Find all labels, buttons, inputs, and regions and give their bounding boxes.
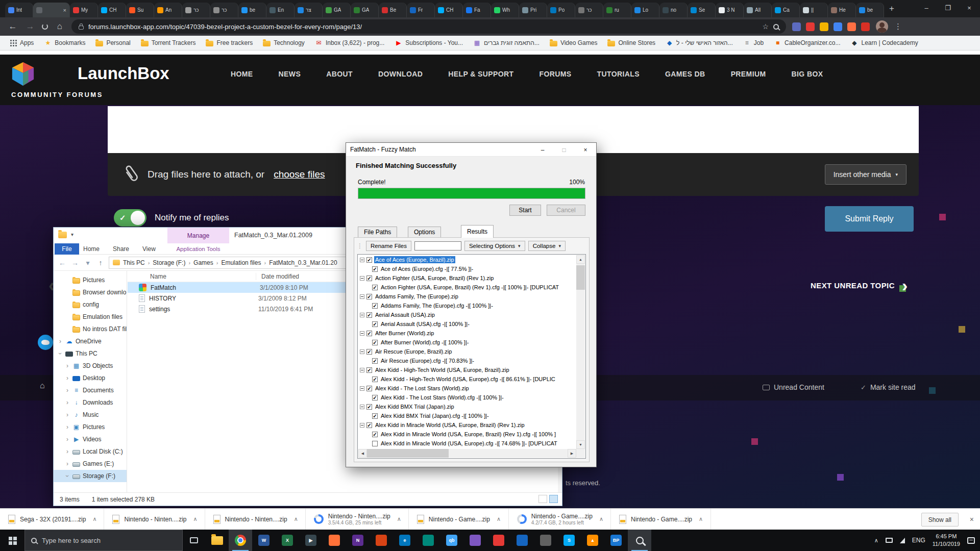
rename-files-button[interactable]: Rename Files xyxy=(366,241,411,251)
browser-tab[interactable]: || xyxy=(800,3,828,17)
close-downloads-icon[interactable]: × xyxy=(970,515,974,523)
checkbox-icon[interactable]: ✓ xyxy=(372,413,378,419)
taskbar-edge[interactable]: e xyxy=(393,530,416,551)
browser-tab[interactable]: be xyxy=(856,3,884,17)
bookmark-item[interactable]: ◆Learn | Codecademy xyxy=(846,38,922,48)
taskbar-firefox[interactable] xyxy=(323,530,346,551)
taskbar-vlc[interactable]: ▲ xyxy=(581,530,604,551)
bookmark-item[interactable]: Online Stores xyxy=(603,38,660,48)
ribbon-tab-view[interactable]: View xyxy=(142,245,156,253)
extension-icon[interactable] xyxy=(820,22,828,31)
taskbar-chrome[interactable] xyxy=(229,530,252,551)
tree-row[interactable]: ✓Ace of Aces (Europe, Brazil).zip xyxy=(358,255,576,264)
browser-tab[interactable]: כר xyxy=(575,3,603,17)
sidebar-item-no-intros-dat-fil[interactable]: No intros DAT fil xyxy=(54,323,127,335)
download-item[interactable]: Nintendo - Ninten....zip∧ xyxy=(205,509,306,530)
extension-icon[interactable] xyxy=(806,22,815,31)
nav-help-support[interactable]: HELP & SUPPORT xyxy=(448,70,513,78)
taskbar-bp-app[interactable]: BP xyxy=(604,530,628,551)
home-breadcrumb-icon[interactable]: ⌂ xyxy=(40,381,45,390)
taskbar-skype[interactable]: S xyxy=(557,530,581,551)
tree-row[interactable]: ✓Air Rescue (Europe, Brazil).zip xyxy=(358,347,576,356)
action-center-icon[interactable] xyxy=(967,537,975,544)
expander-icon[interactable] xyxy=(360,423,364,428)
sidebar-item-storage-f[interactable]: ›Storage (F:) xyxy=(54,470,127,482)
maximize-button[interactable]: ❐ xyxy=(937,0,959,15)
browser-menu-icon[interactable]: ⋮ xyxy=(894,22,902,31)
breadcrumb-segment[interactable]: Storage (F:) xyxy=(153,259,185,266)
nav-download[interactable]: DOWNLOAD xyxy=(378,70,423,78)
horizontal-scrollbar[interactable]: ◀ ▶ xyxy=(358,449,576,458)
tree-row[interactable]: ✓Alex Kidd - High-Tech World (USA, Europ… xyxy=(358,365,576,374)
close-button[interactable]: × xyxy=(575,143,596,157)
application-tools-label[interactable]: Application Tools xyxy=(167,243,229,255)
sidebar-item-emulation-files[interactable]: Emulation files xyxy=(54,311,127,323)
browser-tab[interactable]: be xyxy=(238,3,266,17)
browser-tab[interactable]: En xyxy=(266,3,295,17)
sidebar-item-config[interactable]: config xyxy=(54,298,127,311)
taskbar-excel[interactable]: X xyxy=(276,530,299,551)
checkbox-icon[interactable]: ✓ xyxy=(372,432,378,437)
bookmark-item[interactable]: ▶Subscriptions - You... xyxy=(390,38,468,48)
bookmark-item[interactable]: ◆האזור האישי שלי - ל... xyxy=(661,38,738,48)
ribbon-tab-share[interactable]: Share xyxy=(113,245,129,253)
browser-tab[interactable]: An xyxy=(154,3,182,17)
browser-tab[interactable]: Fr xyxy=(407,3,435,17)
checkbox-icon[interactable]: ✓ xyxy=(366,331,372,336)
scrollbar-thumb[interactable] xyxy=(367,449,449,458)
taskbar-media-player[interactable]: ▶ xyxy=(299,530,323,551)
nav-premium[interactable]: PREMIUM xyxy=(731,70,766,78)
browser-tab[interactable]: Fa xyxy=(463,3,491,17)
download-item[interactable]: Nintendo - Game....zip∧ xyxy=(611,509,711,530)
browser-tab[interactable]: כר xyxy=(210,3,238,17)
breadcrumb-segment[interactable]: This PC xyxy=(123,259,145,266)
taskbar-file-explorer[interactable] xyxy=(205,530,229,551)
taskbar-notes-app[interactable]: N xyxy=(346,530,370,551)
tree-row[interactable]: ✓After Burner (World).cfg -|[ 100% ]|- xyxy=(358,338,576,347)
taskbar-maps-app[interactable] xyxy=(416,530,440,551)
manage-contextual-tab[interactable]: Manage xyxy=(167,228,229,243)
browser-tab[interactable]: no xyxy=(659,3,688,17)
thumbnails-view-button[interactable] xyxy=(549,495,558,503)
download-item[interactable]: Nintendo - Game....zip4.2/7.4 GB, 2 hour… xyxy=(509,509,611,530)
details-view-button[interactable] xyxy=(538,495,547,503)
back-icon[interactable]: ← xyxy=(7,21,18,32)
rename-input[interactable] xyxy=(414,241,461,251)
reload-icon[interactable] xyxy=(42,23,48,30)
unread-content-link[interactable]: Unread Content xyxy=(763,383,824,391)
insert-other-media-button[interactable]: Insert other media ▾ xyxy=(825,164,906,185)
taskbar-fatmatch-search[interactable] xyxy=(628,530,651,551)
language-indicator[interactable]: ENG xyxy=(912,537,925,544)
taskbar-mail-app[interactable] xyxy=(370,530,393,551)
browser-tab[interactable]: GA xyxy=(323,3,351,17)
sidebar-item-3d-objects[interactable]: ›▦3D Objects xyxy=(54,360,127,372)
extension-icon[interactable] xyxy=(847,22,856,31)
browser-tab[interactable]: Se xyxy=(688,3,716,17)
browser-tab[interactable]: × xyxy=(33,3,70,17)
expander-icon[interactable] xyxy=(360,331,364,336)
browser-tab[interactable]: צר xyxy=(295,3,323,17)
checkbox-icon[interactable]: ✓ xyxy=(372,395,378,400)
download-item[interactable]: Sega - 32X (20191....zip∧ xyxy=(0,509,104,530)
bookmark-item[interactable]: ★Bookmarks xyxy=(39,38,90,48)
scroll-left-icon[interactable]: ◀ xyxy=(358,449,367,458)
download-item[interactable]: Nintendo - Game....zip∧ xyxy=(409,509,509,530)
extension-icon[interactable] xyxy=(834,22,842,31)
url-field[interactable]: forums.launchbox-app.com/topic/47039-bez… xyxy=(71,19,786,34)
column-name[interactable]: Name xyxy=(150,273,256,280)
back-icon[interactable]: ← xyxy=(58,259,67,267)
sidebar-item-videos[interactable]: ›▶Videos xyxy=(54,433,127,445)
browser-tab[interactable]: Int xyxy=(5,3,33,17)
bookmark-item[interactable]: ■CableOrganizer.co... xyxy=(769,38,845,48)
checkbox-icon[interactable]: ✓ xyxy=(366,422,372,428)
chevron-up-icon[interactable]: ∧ xyxy=(294,516,298,522)
browser-tab[interactable]: CH xyxy=(98,3,126,17)
dialog-title-bar[interactable]: FatMatch - Fuzzy Match – □ × xyxy=(346,143,596,157)
checkbox-icon[interactable]: ✓ xyxy=(366,404,372,410)
scroll-right-icon[interactable]: ▶ xyxy=(568,449,576,458)
expander-icon[interactable] xyxy=(360,368,364,372)
sidebar-item-pictures[interactable]: ›▣Pictures xyxy=(54,421,127,433)
checkbox-icon[interactable]: ✓ xyxy=(366,276,372,281)
minimize-button[interactable]: – xyxy=(532,143,553,157)
file-menu-button[interactable]: File xyxy=(55,243,79,255)
